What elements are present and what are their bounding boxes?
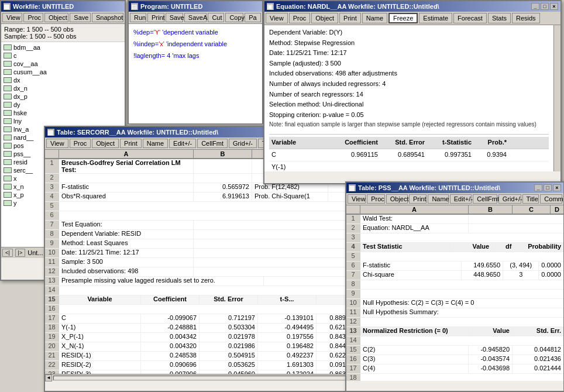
var-icon (4, 44, 12, 50)
pss-print-btn[interactable]: Print (409, 194, 427, 204)
pss-cellfmt-btn[interactable]: CellFmt (473, 194, 497, 204)
workfile-object-btn[interactable]: Object (44, 13, 68, 22)
list-item[interactable]: bdm__aa (2, 43, 123, 51)
pss-title: Table: PSS__AA Workfile: UNTITLED::Untit… (358, 184, 500, 191)
pss-minimize-btn[interactable]: _ (534, 184, 542, 191)
sc-proc-btn[interactable]: Proc (70, 139, 91, 148)
sc-view-btn[interactable]: View (46, 139, 68, 148)
program-print-btn[interactable]: Print (147, 13, 164, 22)
program-cut-btn[interactable]: Cut (208, 13, 224, 22)
eq-proc-btn[interactable]: Proc (289, 13, 311, 23)
pss-edit-btn[interactable]: Edit+/- (450, 194, 472, 204)
program-saveas-btn[interactable]: SaveAs (184, 13, 207, 22)
list-item[interactable]: dx_n (2, 84, 123, 92)
table-row: 11 Sample: 3 500 (45, 258, 373, 267)
equation-window: ▣ Equation: NARDL__AA Workfile: UNTITLED… (263, 0, 562, 184)
eq-name-btn[interactable]: Name (362, 13, 387, 23)
eq-stats-btn[interactable]: Stats (488, 13, 511, 23)
program-run-btn[interactable]: Run (130, 13, 146, 22)
var-icon (4, 126, 12, 132)
pss-proc-btn[interactable]: Proc (367, 194, 384, 204)
sc-print-btn[interactable]: Print (120, 139, 142, 148)
pss-table-body[interactable]: 1 Wald Test: 2 Equation: NARDL__AA 3 4 T… (346, 215, 563, 381)
sc-edit-btn[interactable]: Edit+/- (169, 139, 196, 148)
workfile-snapshot-btn[interactable]: Snapshot (92, 13, 123, 22)
eq-resids-btn[interactable]: Resids (512, 13, 540, 23)
pss-name-btn[interactable]: Name (428, 194, 448, 204)
equation-scrollbar[interactable] (553, 25, 560, 171)
list-item[interactable]: dy (2, 101, 123, 109)
pss-grid-btn[interactable]: Grid+/- (498, 194, 521, 204)
var-icon (4, 135, 12, 140)
scroll-track[interactable] (53, 376, 365, 380)
table-row: 18 (346, 374, 563, 381)
pss-object-btn[interactable]: Object (386, 194, 408, 204)
table-row: 9 (346, 290, 563, 299)
sercorr-hscrollbar[interactable]: ◄ ► (45, 374, 373, 381)
eq-note: Note: final equation sample is larger th… (269, 120, 549, 129)
sercorr-title: Table: SERCORR__AA Workfile: UNTITLED::U… (57, 129, 218, 136)
list-item[interactable]: lny (2, 117, 123, 125)
equation-close-btn[interactable]: × (550, 3, 558, 10)
sc-grid-btn[interactable]: Grid+/- (229, 139, 257, 148)
eq-freeze-btn[interactable]: Freeze (388, 13, 418, 23)
workfile-view-btn[interactable]: View (2, 13, 22, 22)
sercorr-table-body[interactable]: 1 Breusch-Godfrey Serial Correlation LM … (45, 159, 373, 374)
equation-minimize-btn[interactable]: _ (531, 3, 539, 10)
equation-content: Dependent Variable: D(Y) Method: Stepwis… (264, 25, 560, 171)
program-editor[interactable]: %dep='Y' 'dependent variable %indep='x' … (129, 24, 262, 123)
program-paste-btn[interactable]: Pa (245, 13, 261, 22)
table-row: 8 Dependent Variable: RESID (45, 230, 373, 239)
workfile-save-btn[interactable]: Save (70, 13, 91, 22)
eq-table: Variable Coefficient Std. Error t-Statis… (269, 134, 549, 171)
program-icon: ▤ (131, 3, 138, 10)
var-icon (4, 184, 12, 190)
table-row: 3 (346, 233, 563, 243)
eq-always: Number of always included regressors: 4 (269, 79, 549, 90)
program-title-bar[interactable]: ▤ Program: UNTITLED (129, 1, 262, 12)
list-item[interactable]: cusum__aa (2, 68, 123, 76)
sc-name-btn[interactable]: Name (143, 139, 168, 148)
list-item[interactable]: dx (2, 76, 123, 84)
table-row: 12 (346, 318, 563, 327)
eq-view-btn[interactable]: View (266, 13, 288, 23)
list-item[interactable]: hske (2, 109, 123, 117)
pss-view-btn[interactable]: View (348, 194, 366, 204)
program-copy-btn[interactable]: Copy (225, 13, 243, 22)
pss-title-btn[interactable]: Title (522, 194, 539, 204)
equation-maximize-btn[interactable]: □ (541, 3, 549, 10)
var-icon (4, 110, 12, 116)
sc-cellfmt-btn[interactable]: CellFmt (197, 139, 228, 148)
pss-comm-btn[interactable]: Comm (540, 194, 562, 204)
table-row: 2 Equation: NARDL__AA (346, 224, 563, 233)
list-item[interactable]: c (2, 51, 123, 60)
list-item[interactable]: cov__aa (2, 60, 123, 68)
eq-table-header: Variable Coefficient Std. Error t-Statis… (269, 137, 549, 149)
workfile-proc-btn[interactable]: Proc (23, 13, 43, 22)
eq-object-btn[interactable]: Object (311, 13, 338, 23)
pss-close-btn[interactable]: × (553, 184, 561, 191)
table-row: 8 (346, 280, 563, 290)
pss-maximize-btn[interactable]: □ (544, 184, 552, 191)
list-item[interactable]: dx_p (2, 92, 123, 101)
eq-estimate-btn[interactable]: Estimate (419, 13, 452, 23)
scroll-left-arrow[interactable]: ◄ (45, 374, 52, 381)
eq-sample: Sample (adjusted): 3 500 (269, 59, 549, 69)
eq-print-btn[interactable]: Print (339, 13, 361, 23)
equation-title-bar[interactable]: ▣ Equation: NARDL__AA Workfile: UNTITLED… (264, 1, 560, 12)
pss-title-bar[interactable]: ▦ Table: PSS__AA Workfile: UNTITLED::Unt… (346, 183, 563, 193)
eq-forecast-btn[interactable]: Forecast (453, 13, 487, 23)
var-icon (4, 61, 12, 67)
workfile-nav-prev[interactable]: <| (2, 249, 13, 257)
table-row: 1 Wald Test: (346, 215, 563, 224)
program-save-btn[interactable]: Save (166, 13, 183, 22)
workfile-title-bar[interactable]: ▦ Workfile: UNTITLED (1, 1, 125, 12)
table-row: 5 (346, 252, 563, 262)
program-line-3: !laglength= 4 'max lags (133, 52, 257, 59)
table-row: 5 (45, 202, 373, 211)
equation-info-panel: Dependent Variable: D(Y) Method: Stepwis… (264, 25, 553, 171)
workfile-nav-next[interactable]: |> (15, 249, 26, 257)
table-row: 14 (346, 336, 563, 346)
sc-object-btn[interactable]: Object (92, 139, 119, 148)
equation-title: Equation: NARDL__AA Workfile: UNTITLED::… (276, 3, 439, 10)
